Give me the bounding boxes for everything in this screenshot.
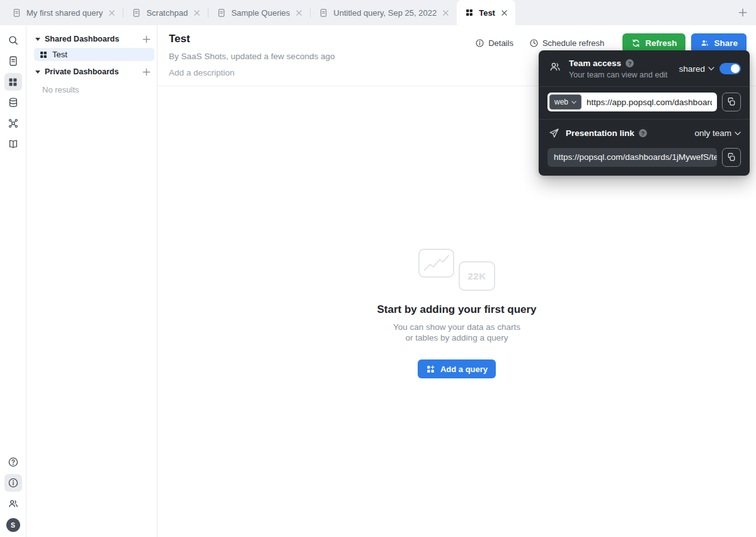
tab-label: Scratchpad <box>146 8 188 18</box>
dashboards-panel: Shared Dashboards Test Private Dashboard… <box>26 25 158 537</box>
empty-state-title: Start by adding your first query <box>158 303 756 316</box>
integrations-icon[interactable] <box>4 115 22 132</box>
details-label: Details <box>488 38 513 48</box>
no-results-text: No results <box>26 81 157 98</box>
docs-icon[interactable] <box>4 135 22 153</box>
help-icon[interactable] <box>4 453 22 471</box>
section-label: Shared Dashboards <box>45 35 119 43</box>
sidebar-item-test[interactable]: Test <box>34 48 154 61</box>
tab-untitled-query[interactable]: Untitled query, Sep 25, 2022 <box>311 0 457 25</box>
queries-icon[interactable] <box>4 52 22 70</box>
document-icon <box>132 8 141 18</box>
caret-down-icon <box>35 71 40 74</box>
presentation-url-row: https://popsql.com/dashboards/1jMywefS/t… <box>539 144 750 176</box>
description-placeholder[interactable]: Add a description <box>169 68 335 77</box>
title-block: Test By SaaS Shots, updated a few second… <box>169 32 335 77</box>
tab-label: Sample Queries <box>231 8 290 18</box>
rail-bottom-group: S <box>4 453 22 532</box>
avatar[interactable]: S <box>6 518 20 532</box>
web-link-url: https://app.popsql.com/dashboards/1jM <box>587 98 712 107</box>
search-icon[interactable] <box>4 31 22 49</box>
add-shared-dashboard-button[interactable] <box>142 35 151 43</box>
details-button[interactable]: Details <box>470 35 518 52</box>
chevron-down-icon <box>735 132 741 135</box>
help-badge-icon[interactable]: ? <box>626 59 634 67</box>
dashboard-grid-icon <box>39 50 48 59</box>
close-icon[interactable] <box>194 10 200 16</box>
add-private-dashboard-button[interactable] <box>142 68 151 76</box>
new-tab-button[interactable] <box>738 8 747 17</box>
tab-test[interactable]: Test <box>457 0 515 25</box>
copy-icon <box>726 152 736 162</box>
sidebar-item-label: Test <box>52 50 67 59</box>
empty-illustration: 22K <box>418 249 495 291</box>
tab-label: Test <box>479 8 495 18</box>
team-access-text: Team access ? Your team can view and edi… <box>569 59 668 79</box>
web-link-row: web https://app.popsql.com/dashboards/1j… <box>539 87 750 119</box>
schedule-refresh-label: Schedule refresh <box>542 38 604 48</box>
add-query-button[interactable]: Add a query <box>418 359 496 378</box>
access-level-select[interactable]: shared <box>679 64 714 74</box>
schedule-refresh-button[interactable]: Schedule refresh <box>524 35 609 52</box>
tab-bar: My first shared query Scratchpad Sample … <box>0 0 756 25</box>
close-icon[interactable] <box>109 10 115 16</box>
refresh-icon <box>631 38 641 48</box>
share-popover: Team access ? Your team can view and edi… <box>539 50 750 176</box>
protocol-select[interactable]: web <box>549 94 581 110</box>
chevron-down-icon <box>708 67 714 71</box>
add-query-label: Add a query <box>440 365 488 374</box>
clock-icon <box>529 38 539 48</box>
team-access-row: Team access ? Your team can view and edi… <box>539 50 750 87</box>
close-icon[interactable] <box>296 10 302 16</box>
byline: By SaaS Shots, updated a few seconds ago <box>169 52 335 61</box>
copy-icon <box>726 97 736 107</box>
tab-label: My first shared query <box>26 8 103 18</box>
private-dashboards-header[interactable]: Private Dashboards <box>26 63 157 81</box>
presentation-link-input[interactable]: https://popsql.com/dashboards/1jMywefS/t… <box>547 148 717 167</box>
info-circle-icon <box>475 38 484 48</box>
shared-dashboards-header[interactable]: Shared Dashboards <box>26 30 157 48</box>
team-people-icon <box>549 60 561 73</box>
page-title: Test <box>169 32 335 46</box>
close-icon[interactable] <box>501 10 507 16</box>
section-label: Private Dashboards <box>45 67 118 76</box>
chart-placeholder-card <box>418 249 454 278</box>
tab-sample-queries[interactable]: Sample Queries <box>209 0 310 25</box>
visibility-value: only team <box>694 128 731 138</box>
subtitle-line-1: You can show your data as charts <box>158 322 756 332</box>
document-icon <box>217 8 226 18</box>
team-access-title: Team access <box>569 59 621 68</box>
paper-plane-icon <box>549 128 559 138</box>
metric-placeholder-card: 22K <box>459 261 495 291</box>
main-content: Test By SaaS Shots, updated a few second… <box>158 25 756 537</box>
presentation-visibility-select[interactable]: only team <box>694 128 741 138</box>
grid-plus-icon <box>426 365 435 374</box>
empty-state-subtitle: You can show your data as charts or tabl… <box>158 322 756 343</box>
close-icon[interactable] <box>443 10 449 16</box>
team-access-toggle[interactable] <box>719 63 741 74</box>
share-people-icon <box>700 38 709 48</box>
icon-rail: S <box>0 25 26 537</box>
help-badge-icon[interactable]: ? <box>639 129 647 137</box>
document-icon <box>319 8 328 18</box>
tab-scratchpad[interactable]: Scratchpad <box>123 0 208 25</box>
team-access-subtitle: Your team can view and edit <box>569 71 668 79</box>
presentation-link-row: Presentation link ? only team <box>539 119 750 144</box>
app-window: My first shared query Scratchpad Sample … <box>0 0 756 537</box>
protocol-value: web <box>554 98 568 106</box>
web-link-input[interactable]: web https://app.popsql.com/dashboards/1j… <box>547 93 717 111</box>
copy-presentation-link-button[interactable] <box>722 148 741 167</box>
connections-icon[interactable] <box>4 94 22 111</box>
empty-state: 22K Start by adding your first query You… <box>158 249 756 378</box>
tab-my-first-shared-query[interactable]: My first shared query <box>4 0 123 25</box>
dashboards-icon[interactable] <box>4 73 22 91</box>
subtitle-line-2: or tables by adding a query <box>158 332 756 343</box>
info-icon[interactable] <box>4 474 22 492</box>
team-icon[interactable] <box>4 495 22 512</box>
line-chart-icon <box>423 254 450 273</box>
toggle-knob <box>731 64 740 73</box>
tab-label: Untitled query, Sep 25, 2022 <box>333 8 437 18</box>
copy-web-link-button[interactable] <box>722 93 741 111</box>
refresh-label: Refresh <box>645 38 677 48</box>
document-icon <box>12 8 21 18</box>
